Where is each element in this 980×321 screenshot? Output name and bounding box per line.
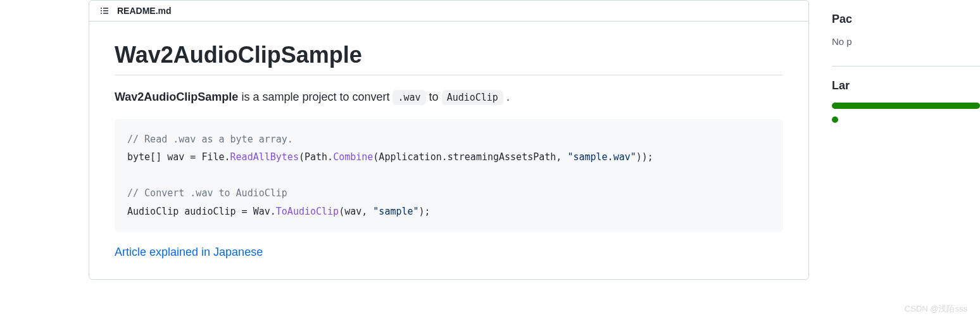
readme-filename[interactable]: README.md	[117, 6, 172, 16]
sidebar: Pac No p Lar	[822, 0, 980, 280]
code-comment: // Convert .wav to AudioClip	[127, 187, 287, 199]
inline-code-wav: .wav	[393, 90, 425, 105]
code-text: AudioClip audioClip = Wav.	[127, 206, 276, 217]
code-method: ToAudioClip	[276, 206, 339, 217]
packages-heading: Pac	[832, 13, 980, 26]
code-text: (Application.streamingAssetsPath,	[373, 151, 567, 163]
readme-header: README.md	[89, 1, 808, 22]
readme-panel: README.md Wav2AudioClipSample Wav2AudioC…	[89, 0, 809, 280]
desc-text: to	[426, 91, 442, 103]
project-name-strong: Wav2AudioClipSample	[115, 91, 238, 103]
code-text: );	[419, 206, 430, 217]
readme-body: Wav2AudioClipSample Wav2AudioClipSample …	[89, 22, 808, 279]
languages-heading: Lar	[832, 79, 980, 92]
code-string: "sample"	[373, 206, 418, 217]
code-text: ));	[636, 151, 653, 163]
code-method: ReadAllBytes	[230, 151, 299, 163]
article-link[interactable]: Article explained in Japanese	[115, 246, 263, 258]
code-block: // Read .wav as a byte array. byte[] wav…	[115, 119, 783, 232]
code-text: byte[] wav = File.	[127, 151, 230, 163]
inline-code-audioclip: AudioClip	[442, 90, 503, 105]
packages-text: No p	[832, 36, 980, 47]
desc-text: .	[503, 91, 510, 103]
language-legend	[832, 116, 980, 123]
code-method: Combine	[333, 151, 373, 163]
code-text: (wav,	[339, 206, 373, 217]
language-bar	[832, 103, 980, 109]
desc-text: is a sample project to convert	[238, 91, 393, 103]
language-segment[interactable]	[832, 103, 980, 109]
sidebar-divider	[832, 66, 980, 66]
list-icon[interactable]	[99, 6, 110, 16]
readme-description: Wav2AudioClipSample is a sample project …	[115, 88, 783, 106]
code-text: (Path.	[299, 151, 333, 163]
code-string: "sample.wav"	[567, 151, 636, 163]
readme-title: Wav2AudioClipSample	[115, 42, 783, 75]
code-comment: // Read .wav as a byte array.	[127, 134, 293, 145]
language-dot-icon	[832, 116, 838, 123]
